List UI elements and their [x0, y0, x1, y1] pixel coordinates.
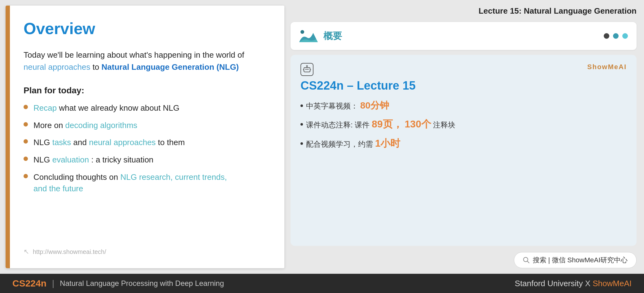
bullet1-suffix: what we already know about NLG: [59, 103, 179, 113]
bullet-link-evaluation[interactable]: evaluation: [52, 155, 89, 164]
info-card: ShowMeAI CS224n – Lecture 15 中英字幕视频： 80分…: [291, 55, 637, 246]
info-bullet-dot: [300, 104, 303, 107]
bullet4-suffix: : a tricky situation: [91, 155, 153, 164]
dot-3: [622, 33, 628, 39]
intro-text-mid: to: [93, 62, 102, 72]
overview-label: 概要: [323, 30, 342, 42]
info-bullet-2: 课件动态注释: 课件 89页， 130个 注释块: [300, 118, 627, 131]
svg-rect-2: [305, 69, 307, 70]
bullet-list: Recap what we already know about NLG Mor…: [24, 102, 269, 195]
list-item: NLG tasks and neural approaches to them: [24, 137, 269, 149]
bullet5-prefix: Concluding thoughts on: [33, 172, 120, 182]
slide-content: Overview Today we'll be learning about w…: [10, 6, 284, 268]
info-bullet-3: 配合视频学习，约需 1小时: [300, 137, 627, 150]
intro-link-nlg[interactable]: Natural Language Generation (NLG): [102, 62, 239, 72]
svg-point-5: [306, 65, 308, 67]
bullet-link-neural-approaches[interactable]: neural approaches: [89, 138, 156, 147]
info-bullet-1: 中英字幕视频： 80分钟: [300, 99, 627, 112]
intro-link-neural[interactable]: neural approaches: [24, 62, 90, 72]
list-item: Concluding thoughts on NLG research, cur…: [24, 171, 269, 195]
svg-rect-3: [307, 69, 309, 70]
bottom-right: Stanford University X ShowMeAI: [515, 279, 632, 288]
info-bullet3-prefix: 配合视频学习，约需: [306, 140, 373, 148]
list-item: Recap what we already know about NLG: [24, 102, 269, 114]
stanford-text: Stanford University: [515, 279, 583, 288]
search-bar[interactable]: 搜索 | 微信 ShowMeAI研究中心: [514, 252, 637, 268]
dot-1: [604, 33, 609, 39]
slide-accent-bar: [6, 6, 10, 268]
right-panel: Lecture 15: Natural Language Generation …: [291, 0, 644, 274]
intro-text-plain: Today we'll be learning about what's hap…: [24, 50, 244, 60]
robot-icon: [300, 63, 313, 76]
info-bullet2-prefix: 课件动态注释: 课件: [306, 121, 370, 129]
lecture-title: Lecture 15: Natural Language Generation: [291, 4, 637, 17]
bottom-subtitle: Natural Language Processing with Deep Le…: [60, 279, 224, 288]
slide-title: Overview: [24, 19, 269, 38]
info-bullet1-highlight: 80分钟: [360, 100, 389, 110]
bullet3-mid: and: [73, 138, 89, 147]
bullet4-prefix: NLG: [33, 155, 52, 164]
showmeai-brand: ShowMeAI: [587, 63, 627, 71]
bottom-bar: CS224n | Natural Language Processing wit…: [0, 274, 644, 293]
overview-card: 概要: [291, 22, 637, 50]
cursor-icon: ↖: [24, 248, 29, 256]
slide-footer: ↖ http://www.showmeai.tech/: [24, 248, 269, 256]
bullet-link-recap[interactable]: Recap: [33, 103, 57, 113]
dot-2: [613, 33, 619, 39]
plan-heading: Plan for today:: [24, 86, 269, 95]
search-bar-wrap: 搜索 | 微信 ShowMeAI研究中心: [291, 251, 637, 270]
bullet-dot-icon: [24, 174, 28, 178]
bullet-dot-icon: [24, 122, 28, 127]
x-separator: X: [585, 279, 593, 288]
svg-rect-1: [304, 68, 310, 72]
list-item: NLG evaluation : a tricky situation: [24, 154, 269, 166]
bullet3-suffix: to them: [158, 138, 185, 147]
bullet-link-decoding[interactable]: decoding algorithms: [65, 121, 138, 130]
info-bullet3-highlight: 1小时: [375, 138, 401, 149]
info-bullet-dot: [300, 123, 303, 126]
bullet-dot-icon: [24, 139, 28, 144]
info-bullets: 中英字幕视频： 80分钟 课件动态注释: 课件 89页， 130个 注释块: [300, 99, 627, 150]
svg-point-0: [300, 30, 304, 34]
info-bullet1-prefix: 中英字幕视频：: [306, 102, 358, 110]
footer-url: http://www.showmeai.tech/: [33, 248, 106, 255]
info-bullet2-highlight1: 89页，: [372, 118, 403, 130]
bullet-dot-icon: [24, 157, 28, 161]
overview-dots: [604, 33, 628, 39]
bullet2-prefix: More on: [33, 121, 65, 130]
slide-intro: Today we'll be learning about what's hap…: [24, 49, 269, 73]
mountain-icon: [299, 28, 318, 44]
info-card-title: CS224n – Lecture 15: [300, 79, 627, 92]
bullet-dot-icon: [24, 105, 28, 109]
svg-line-9: [527, 261, 529, 263]
showmeai-footer-text: ShowMeAI: [593, 279, 632, 288]
bullet-link-tasks[interactable]: tasks: [52, 138, 71, 147]
search-text: 搜索 | 微信 ShowMeAI研究中心: [533, 255, 628, 265]
info-bullet-dot: [300, 142, 303, 145]
cs224n-brand: CS224n: [12, 278, 46, 289]
bottom-separator: |: [52, 278, 54, 288]
search-icon: [523, 257, 530, 264]
info-bullet2-highlight2: 130个: [405, 118, 431, 130]
info-bullet2-suffix: 注释块: [433, 121, 455, 129]
slide-panel: Overview Today we'll be learning about w…: [6, 6, 284, 268]
bullet3-prefix: NLG: [33, 138, 52, 147]
list-item: More on decoding algorithms: [24, 120, 269, 131]
